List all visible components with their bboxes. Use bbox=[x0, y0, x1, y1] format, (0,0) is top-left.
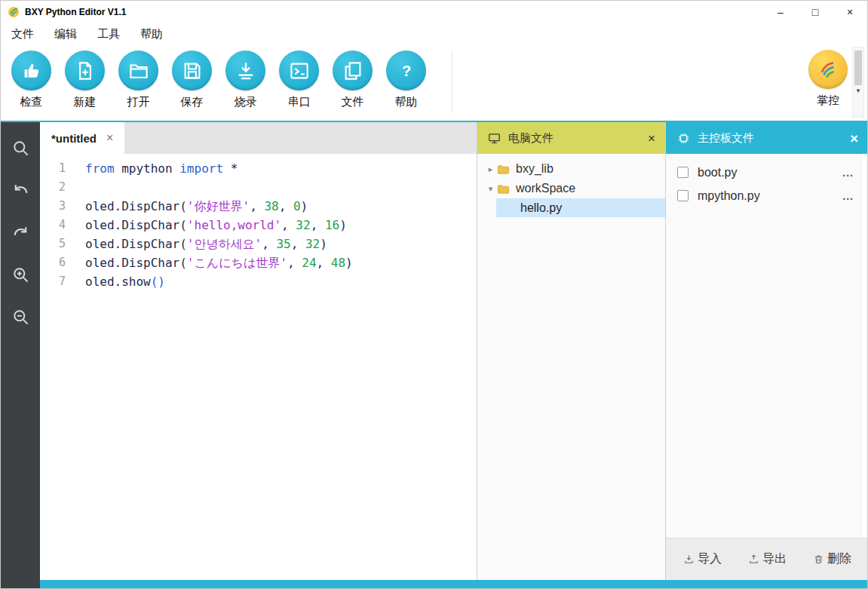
search-button[interactable] bbox=[11, 138, 31, 158]
board-panel-close-icon[interactable]: × bbox=[850, 131, 858, 146]
code-editor[interactable]: 1234567 from mpython import * oled.DispC… bbox=[40, 154, 477, 580]
board-panel-footer: 导入导出删除 bbox=[666, 538, 868, 580]
import-button[interactable]: 导入 bbox=[683, 551, 722, 567]
tree-item-label: hello.py bbox=[520, 201, 562, 215]
toolbar-thumbs-up-button[interactable]: 检查 bbox=[5, 44, 58, 109]
action-label: 删除 bbox=[827, 551, 851, 567]
new-file-icon bbox=[65, 51, 105, 90]
board-file-name: mpython.py bbox=[698, 189, 760, 203]
toolbar-label: 检查 bbox=[20, 95, 43, 109]
monitor-icon bbox=[487, 131, 501, 146]
menu-item-help[interactable]: 帮助 bbox=[140, 27, 163, 41]
tab-title: *untitled bbox=[51, 132, 97, 145]
more-button[interactable]: ... bbox=[842, 190, 854, 202]
toolbar-label: 烧录 bbox=[235, 95, 257, 109]
tab-untitled[interactable]: *untitled × bbox=[40, 122, 124, 154]
action-label: 导入 bbox=[698, 551, 722, 567]
svg-text:?: ? bbox=[401, 62, 410, 78]
serial-icon bbox=[279, 51, 319, 90]
folder-icon bbox=[496, 182, 511, 196]
app-icon bbox=[8, 6, 20, 18]
tab-close-icon[interactable]: × bbox=[106, 131, 113, 145]
scrollbar-thumb[interactable] bbox=[854, 51, 862, 85]
code-line: oled.DispChar('你好世界', 38, 0) bbox=[85, 197, 353, 216]
tree-item-hello-py[interactable]: hello.py bbox=[496, 198, 665, 217]
code-area[interactable]: from mpython import * oled.DispChar('你好世… bbox=[76, 154, 353, 580]
zoom-in-button[interactable] bbox=[11, 265, 31, 285]
maximize-button[interactable]: □ bbox=[798, 1, 833, 23]
board-file-row[interactable]: mpython.py... bbox=[666, 184, 868, 207]
redo-button[interactable] bbox=[11, 222, 31, 243]
line-number: 6 bbox=[40, 253, 66, 272]
chevron-right-icon[interactable]: ▸ bbox=[485, 164, 496, 174]
minimize-button[interactable]: – bbox=[763, 1, 798, 23]
code-line: oled.DispChar('안녕하세요', 35, 32) bbox=[85, 235, 353, 253]
board-panel-scrollbar[interactable] bbox=[860, 154, 868, 538]
title-bar: BXY Python Editor V1.1 – □ × bbox=[1, 1, 867, 23]
toolbar-open-folder-button[interactable]: 打开 bbox=[112, 44, 165, 109]
zoom-out-icon bbox=[11, 307, 31, 327]
line-number: 3 bbox=[40, 197, 66, 216]
toolbar: 检查新建打开保存烧录串口文件?帮助 掌控 ▾ bbox=[1, 44, 867, 122]
status-bar bbox=[40, 580, 867, 588]
toolbar-files-button[interactable]: 文件 bbox=[326, 44, 379, 109]
action-label: 导出 bbox=[762, 551, 787, 567]
delete-icon bbox=[813, 554, 824, 565]
code-line: oled.DispChar('hello,world', 32, 16) bbox=[85, 216, 353, 235]
help-icon: ? bbox=[386, 51, 426, 90]
toolbar-new-file-button[interactable]: 新建 bbox=[58, 44, 112, 109]
device-selector[interactable]: 掌控 bbox=[805, 50, 851, 108]
undo-icon bbox=[11, 180, 31, 201]
code-line: oled.show() bbox=[85, 272, 353, 291]
toolbar-label: 串口 bbox=[288, 95, 311, 109]
code-line bbox=[85, 178, 353, 197]
line-number: 4 bbox=[40, 216, 66, 235]
tree-item-label: workSpace bbox=[516, 182, 575, 195]
menu-item-tools[interactable]: 工具 bbox=[97, 27, 120, 41]
zoom-in-icon bbox=[11, 265, 31, 285]
checkbox[interactable] bbox=[677, 167, 689, 178]
chevron-down-icon[interactable]: ▾ bbox=[485, 184, 496, 194]
undo-button[interactable] bbox=[11, 180, 31, 201]
code-line: from mpython import * bbox=[85, 159, 353, 178]
editor-area: *untitled × 1234567 from mpython import … bbox=[40, 122, 477, 580]
computer-panel-close-icon[interactable]: × bbox=[648, 132, 655, 145]
app-window: BXY Python Editor V1.1 – □ × 文件编辑工具帮助 检查… bbox=[0, 0, 868, 589]
board-file-row[interactable]: boot.py... bbox=[666, 161, 868, 184]
tree-item-workspace[interactable]: ▾workSpace bbox=[477, 179, 665, 198]
toolbar-save-button[interactable]: 保存 bbox=[165, 44, 219, 109]
toolbar-help-button[interactable]: ?帮助 bbox=[379, 44, 433, 109]
export-button[interactable]: 导出 bbox=[748, 551, 787, 567]
search-icon bbox=[11, 138, 31, 158]
toolbar-scrollbar[interactable]: ▾ bbox=[852, 47, 864, 118]
import-icon bbox=[683, 554, 695, 565]
tab-bar: *untitled × bbox=[40, 122, 477, 154]
checkbox[interactable] bbox=[677, 190, 689, 201]
toolbar-flash-button[interactable]: 烧录 bbox=[219, 44, 272, 109]
board-file-list: boot.py...mpython.py... bbox=[666, 154, 868, 207]
line-number: 2 bbox=[40, 178, 66, 197]
zoom-out-button[interactable] bbox=[11, 307, 31, 327]
toolbar-serial-button[interactable]: 串口 bbox=[272, 44, 326, 109]
board-file-name: boot.py bbox=[698, 166, 737, 179]
open-folder-icon bbox=[118, 51, 158, 90]
toolbar-label: 打开 bbox=[127, 95, 150, 109]
tree-item-label: bxy_lib bbox=[516, 162, 554, 176]
device-label: 掌控 bbox=[817, 94, 839, 108]
tree-item-bxy-lib[interactable]: ▸bxy_lib bbox=[477, 159, 665, 179]
computer-files-title: 电脑文件 bbox=[508, 131, 554, 146]
editor-sidebar bbox=[1, 122, 40, 588]
close-button[interactable]: × bbox=[833, 1, 867, 23]
toolbar-label: 帮助 bbox=[395, 95, 418, 109]
files-icon bbox=[333, 51, 373, 90]
computer-files-panel: 电脑文件 × ▸bxy_lib▾workSpacehello.py bbox=[477, 122, 665, 580]
delete-button[interactable]: 删除 bbox=[813, 551, 851, 567]
line-number-gutter: 1234567 bbox=[40, 154, 76, 580]
menu-item-edit[interactable]: 编辑 bbox=[54, 27, 77, 41]
line-number: 7 bbox=[40, 272, 66, 291]
window-controls: – □ × bbox=[763, 1, 867, 23]
toolbar-divider bbox=[452, 51, 452, 113]
chevron-down-icon[interactable]: ▾ bbox=[857, 87, 860, 94]
menu-item-file[interactable]: 文件 bbox=[11, 27, 34, 41]
more-button[interactable]: ... bbox=[842, 167, 854, 179]
